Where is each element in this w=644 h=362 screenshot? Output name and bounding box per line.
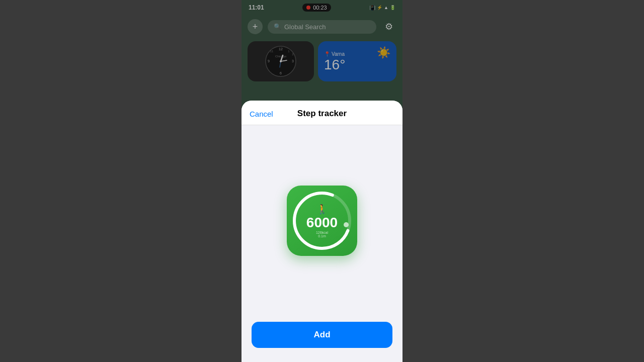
step-count: 6000 xyxy=(306,216,338,230)
modal-header: Cancel Step tracker xyxy=(242,101,403,125)
phone-screen: 11:01 00:23 📳 ⚡ ▲ 🔋 + 🔍 Global Search ⚙ xyxy=(242,0,403,362)
svg-point-15 xyxy=(344,222,349,227)
step-tracker-content: 🚶 6000 126kcal0.1m xyxy=(306,204,338,238)
modal-body: 🚶 6000 126kcal0.1m xyxy=(242,125,403,316)
cancel-button[interactable]: Cancel xyxy=(250,110,273,118)
modal-sheet: Cancel Step tracker xyxy=(242,101,403,362)
modal-footer: Add xyxy=(242,316,403,362)
modal-title: Step tracker xyxy=(297,109,347,119)
modal-overlay: Cancel Step tracker xyxy=(242,0,403,362)
add-button[interactable]: Add xyxy=(252,322,392,348)
step-tracker-widget-preview: 🚶 6000 126kcal0.1m xyxy=(287,186,357,256)
step-sub-info: 126kcal0.1m xyxy=(316,231,328,238)
walker-icon: 🚶 xyxy=(316,204,328,215)
